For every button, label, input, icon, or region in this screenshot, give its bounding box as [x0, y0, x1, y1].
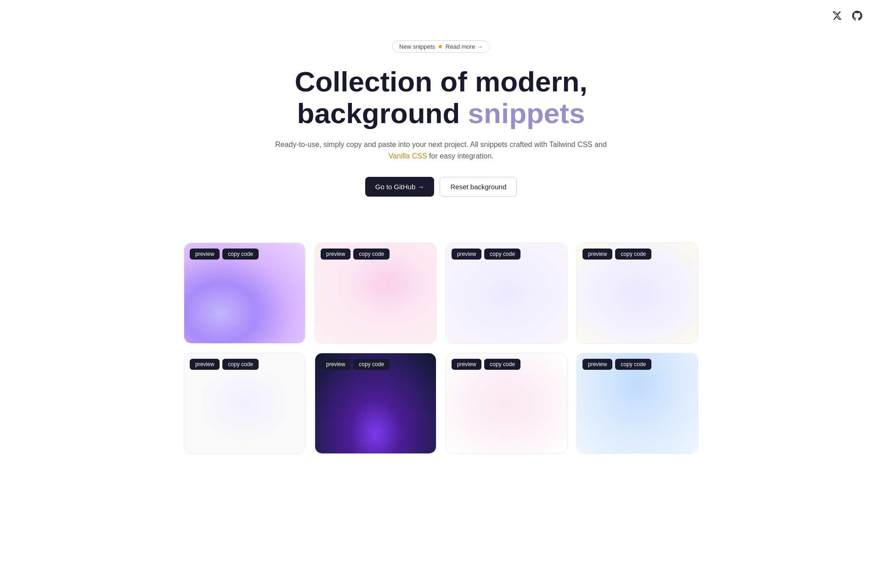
copy-code-button-6[interactable]: copy code — [353, 359, 390, 370]
card-buttons-2: preview copy code — [321, 249, 390, 260]
snippets-grid-section: preview copy code preview copy code prev… — [165, 243, 717, 491]
copy-code-button-2[interactable]: copy code — [353, 249, 390, 260]
card-background-6: preview copy code — [315, 353, 436, 453]
card-buttons-5: preview copy code — [190, 359, 259, 370]
snippet-card-5[interactable]: preview copy code — [184, 353, 305, 454]
hero-title-highlight: snippets — [468, 97, 585, 129]
preview-button-7[interactable]: preview — [452, 359, 481, 370]
copy-code-button-1[interactable]: copy code — [222, 249, 259, 260]
card-background-5: preview copy code — [184, 353, 305, 453]
card-buttons-6: preview copy code — [321, 359, 390, 370]
copy-code-button-3[interactable]: copy code — [484, 249, 520, 260]
preview-button-2[interactable]: preview — [321, 249, 351, 260]
reset-background-button[interactable]: Reset background — [440, 177, 517, 197]
hero-title-line1: Collection of modern, — [294, 66, 587, 97]
snippet-card-6[interactable]: preview copy code — [315, 353, 436, 454]
card-buttons-8: preview copy code — [582, 359, 651, 370]
preview-button-5[interactable]: preview — [190, 359, 220, 370]
snippet-card-7[interactable]: preview copy code — [446, 353, 567, 454]
read-more-link[interactable]: Read more → — [446, 43, 483, 50]
snippets-grid: preview copy code preview copy code prev… — [184, 243, 698, 454]
hero-section: New snippets Read more → Collection of m… — [257, 31, 625, 215]
copy-code-button-7[interactable]: copy code — [484, 359, 520, 370]
badge-label: New snippets — [399, 43, 435, 50]
preview-button-6[interactable]: preview — [321, 359, 351, 370]
card-background-4: preview copy code — [577, 243, 698, 343]
snippet-card-2[interactable]: preview copy code — [315, 243, 436, 344]
card-background-8: preview copy code — [577, 353, 698, 453]
buttons-row: Go to GitHub → Reset background — [266, 177, 616, 197]
copy-code-button-4[interactable]: copy code — [615, 249, 651, 260]
hero-title-line2-start: background — [297, 97, 468, 129]
github-icon[interactable] — [851, 9, 864, 22]
go-to-github-button[interactable]: Go to GitHub → — [365, 177, 435, 197]
card-background-3: preview copy code — [446, 243, 567, 343]
card-buttons-4: preview copy code — [582, 249, 651, 260]
snippet-card-4[interactable]: preview copy code — [577, 243, 698, 344]
header — [0, 0, 882, 31]
snippet-card-1[interactable]: preview copy code — [184, 243, 305, 344]
badge-dot — [439, 45, 442, 48]
preview-button-3[interactable]: preview — [452, 249, 481, 260]
hero-title: Collection of modern, background snippet… — [266, 66, 616, 130]
card-buttons-7: preview copy code — [452, 359, 520, 370]
copy-code-button-8[interactable]: copy code — [615, 359, 651, 370]
card-background-2: preview copy code — [315, 243, 436, 343]
card-background-7: preview copy code — [446, 353, 567, 453]
snippet-card-8[interactable]: preview copy code — [577, 353, 698, 454]
hero-desc-text: Ready-to-use, simply copy and paste into… — [275, 141, 607, 148]
card-background-1: preview copy code — [184, 243, 305, 343]
card-buttons-1: preview copy code — [190, 249, 259, 260]
card-buttons-3: preview copy code — [452, 249, 520, 260]
preview-button-8[interactable]: preview — [582, 359, 612, 370]
preview-button-1[interactable]: preview — [190, 249, 220, 260]
preview-button-4[interactable]: preview — [582, 249, 612, 260]
hero-desc-end: for easy integration. — [429, 152, 494, 160]
vanilla-css-link[interactable]: Vanilla CSS — [388, 152, 427, 160]
snippet-card-3[interactable]: preview copy code — [446, 243, 567, 344]
twitter-icon[interactable] — [831, 9, 843, 22]
hero-description: Ready-to-use, simply copy and paste into… — [266, 139, 616, 162]
new-snippets-badge[interactable]: New snippets Read more → — [392, 40, 490, 53]
copy-code-button-5[interactable]: copy code — [222, 359, 259, 370]
